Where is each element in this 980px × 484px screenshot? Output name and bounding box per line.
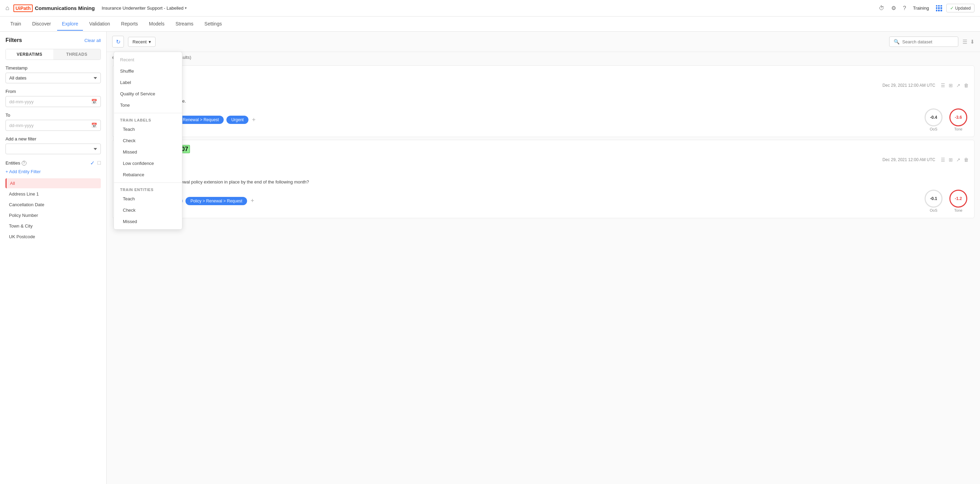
updated-badge[interactable]: ✓ Updated: [946, 4, 975, 13]
training-label[interactable]: Training: [913, 5, 929, 11]
card-1-tone-label: Tone: [954, 127, 963, 131]
dropdown-rebalance[interactable]: Rebalance: [114, 169, 182, 180]
card-1-list-icon[interactable]: ☰: [941, 83, 945, 88]
from-date-input[interactable]: dd-mm-yyyy 📅: [5, 96, 101, 107]
card-1-oqs-gauge: -0.4 OoS: [923, 108, 944, 131]
entities-icons: ✓ □: [90, 160, 101, 166]
nav-item-streams[interactable]: Streams: [171, 18, 198, 31]
entity-monitor-icon[interactable]: □: [97, 160, 101, 166]
dropdown-tone[interactable]: Tone: [114, 99, 182, 111]
nav-item-train[interactable]: Train: [5, 18, 26, 31]
dropdown-teach-labels[interactable]: Teach: [114, 124, 182, 135]
entity-item-address[interactable]: Address Line 1: [5, 189, 101, 199]
nav-item-models[interactable]: Models: [144, 18, 169, 31]
card-1: Renewal - URGENT r@insurer.com ▾ Dec 29,…: [112, 65, 975, 137]
card-2-footer: Policy Policy > Renewal Policy > Renewal…: [118, 189, 969, 212]
entities-section: Entities ? ✓ □ + Add Entity Filter All A…: [5, 160, 101, 242]
tag-urgent[interactable]: Urgent: [226, 116, 248, 124]
card-1-title: Renewal - URGENT: [118, 71, 969, 78]
entities-help-icon[interactable]: ?: [22, 161, 27, 166]
list-view-icon[interactable]: ☰: [963, 38, 967, 45]
tab-verbatims[interactable]: VERBATIMS: [6, 49, 53, 60]
nav-item-discover[interactable]: Discover: [27, 18, 56, 31]
nav-item-reports[interactable]: Reports: [116, 18, 143, 31]
recent-label: Recent: [132, 39, 146, 45]
entity-item-all[interactable]: All: [5, 178, 101, 188]
to-label: To: [5, 113, 101, 118]
clock-icon[interactable]: ⏱: [879, 5, 885, 11]
gear-icon[interactable]: ⚙: [891, 5, 896, 11]
entities-label: Entities: [5, 161, 20, 166]
entity-list: All Address Line 1 Cancellation Date Pol…: [5, 178, 101, 242]
add-filter-select[interactable]: [5, 143, 101, 154]
from-calendar-icon: 📅: [91, 99, 97, 104]
brand: UiPath Communications Mining: [13, 5, 95, 12]
card-2-grid-icon[interactable]: ⊞: [949, 157, 953, 162]
card-2-text: ion,: [118, 172, 969, 179]
tag-policy-renewal-request-2[interactable]: Policy > Renewal > Request: [186, 197, 247, 205]
card-1-body: r@broker.com t the policy to be renewed,…: [118, 91, 969, 104]
entities-header: Entities ? ✓ □: [5, 160, 101, 166]
clear-all-button[interactable]: Clear all: [84, 38, 101, 43]
brand-logo: UiPath: [13, 5, 33, 12]
card-2-oqs-circle: -0.1: [924, 189, 942, 208]
entity-item-policy[interactable]: Policy Number: [5, 210, 101, 220]
dropdown-recent: Recent: [114, 54, 182, 65]
nav-bar: Train Discover Explore Validation Report…: [0, 16, 980, 32]
card-2-tone-gauge: -1.2 Tone: [948, 189, 969, 212]
card-1-footer: Policy > Renewal Policy > Renewal > Requ…: [118, 108, 969, 131]
dropdown-shuffle[interactable]: Shuffle: [114, 65, 182, 77]
card-2-list-icon[interactable]: ☰: [941, 157, 945, 162]
download-icon[interactable]: ⬇: [970, 38, 975, 45]
nav-item-explore[interactable]: Explore: [57, 18, 83, 31]
recent-button[interactable]: Recent ▾: [128, 37, 156, 47]
home-icon[interactable]: ⌂: [5, 5, 9, 12]
dropdown-missed-labels[interactable]: Missed: [114, 146, 182, 158]
tab-threads[interactable]: THREADS: [53, 49, 101, 60]
sidebar-header: Filters Clear all: [5, 37, 101, 43]
card-1-add-tag[interactable]: +: [252, 116, 256, 124]
entity-check-icon[interactable]: ✓: [90, 160, 95, 166]
card-1-grid-icon[interactable]: ⊞: [949, 83, 953, 88]
content-header: ↻ Recent ▾ 🔍 ☰ ⬇: [107, 32, 980, 52]
card-2-to: r@insurer.com: [118, 165, 969, 172]
dropdown-check-entities[interactable]: Check: [114, 204, 182, 216]
card-1-external-icon[interactable]: ↗: [956, 83, 960, 88]
dataset-label: Insurance Underwriter Support - Labelled: [102, 5, 183, 11]
nav-item-validation[interactable]: Validation: [84, 18, 115, 31]
recent-chevron-icon: ▾: [149, 39, 151, 45]
dataset-selector[interactable]: Insurance Underwriter Support - Labelled…: [102, 5, 187, 11]
card-2-body: r@insurer.com ion, u confirm that we hav…: [118, 165, 969, 186]
card-2-add-tag[interactable]: +: [250, 197, 254, 204]
card-2-tone-circle: -1.2: [950, 189, 967, 208]
card-2-delete-icon[interactable]: 🗑: [964, 157, 969, 162]
search-icon: 🔍: [894, 39, 899, 45]
add-entity-filter-button[interactable]: + Add Entity Filter: [5, 169, 101, 174]
app-title: Communications Mining: [35, 5, 95, 11]
dropdown-check-labels[interactable]: Check: [114, 135, 182, 146]
dropdown-missed-entities[interactable]: Missed: [114, 216, 182, 227]
entity-item-postcode[interactable]: UK Postcode: [5, 232, 101, 242]
card-1-actions: ☰ ⊞ ↗ 🗑: [941, 83, 969, 88]
dropdown-low-confidence[interactable]: Low confidence: [114, 158, 182, 169]
card-2-oqs-label: OoS: [930, 208, 937, 212]
dropdown-quality-of-service[interactable]: Quality of Service: [114, 88, 182, 99]
refresh-button[interactable]: ↻: [112, 36, 124, 48]
card-1-delete-icon[interactable]: 🗑: [964, 83, 969, 88]
entity-item-cancellation[interactable]: Cancellation Date: [5, 200, 101, 210]
card-2-text2: u confirm that we have your renewal poli…: [118, 179, 969, 186]
nav-item-settings[interactable]: Settings: [200, 18, 227, 31]
grid-icon[interactable]: [936, 5, 942, 11]
help-icon[interactable]: ?: [903, 5, 906, 11]
dropdown-label[interactable]: Label: [114, 77, 182, 88]
card-2-external-icon[interactable]: ↗: [956, 157, 960, 162]
dropdown-teach-entities[interactable]: Teach: [114, 193, 182, 204]
to-date-input[interactable]: dd-mm-yyyy 📅: [5, 120, 101, 131]
card-1-to: r@broker.com: [118, 91, 969, 98]
sidebar-title: Filters: [5, 37, 22, 43]
timestamp-select[interactable]: All dates: [5, 73, 101, 83]
entity-item-town[interactable]: Town & City: [5, 221, 101, 231]
card-2-oqs-gauge: -0.1 OoS: [923, 189, 944, 212]
card-2-title: e renewal - RIH6004707: [118, 146, 969, 153]
search-input[interactable]: [902, 39, 954, 45]
